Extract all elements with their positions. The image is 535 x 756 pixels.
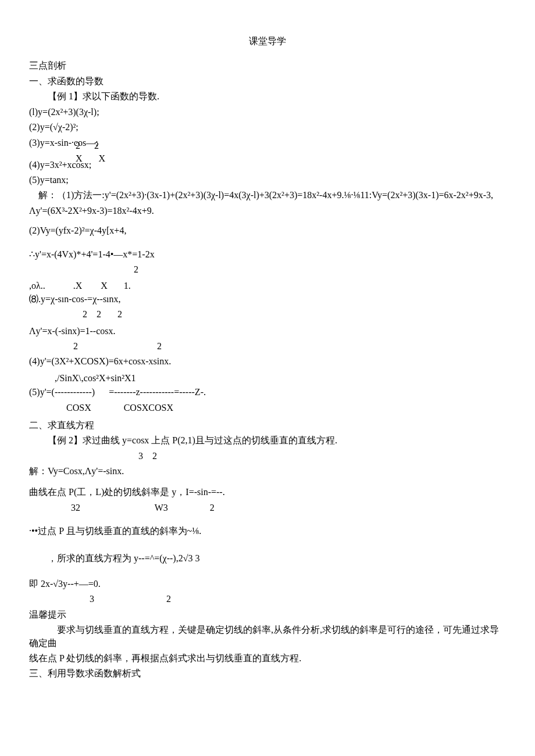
example-2-line1-frac: 32 W3 2: [29, 501, 506, 514]
example-2-line3: ，所求的直线方程为 y--=^=(χ--),2√3 3: [29, 552, 506, 565]
section-1-heading: 一、求函数的导数: [29, 75, 506, 88]
solution-5-bot: COSX COSXCOSX: [29, 402, 506, 414]
solution-2b-frac: 2: [29, 263, 506, 276]
tip-heading: 温馨提示: [29, 608, 506, 621]
example-2-heading: 【例 2】求过曲线 y=cosx 上点 P(2,1)且与过这点的切线垂直的直线方…: [29, 434, 506, 447]
example-2-solution: 解：Vy=Cosx,Λy'=-sinx.: [29, 465, 506, 478]
solution-3b-frac: 2 2: [29, 340, 506, 353]
solution-5-top: ,/SinX\,cos²X+sin²X1: [29, 372, 506, 385]
problem-1: (l)y=(2x²+3)(3χ-l);: [29, 106, 506, 119]
example-2-line1: 曲线在点 P(工，L)处的切线斜率是 y，I=-sin-=--.: [29, 486, 506, 499]
solution-1-text: （1)方法一:y'=(2x²+3)·(3x-1)+(2x²+3)(3χ-l)=4…: [57, 190, 493, 200]
solution-label: 解：: [29, 189, 57, 202]
problem-2: (2)y=(√χ-2)²;: [29, 121, 506, 134]
heading-analysis: 三点剖析: [29, 59, 506, 72]
solution-5-mid: (5)y'=(------------) =-------z----------…: [29, 386, 506, 399]
solution-2b: ∴y'=x-(4Vx)*+4'=1-4•—x*=1-2x: [29, 248, 506, 261]
section-2-heading: 二、求直线方程: [29, 419, 506, 432]
example-2-line4-frac: 3 2: [29, 593, 506, 605]
page-title: 课堂导学: [29, 35, 506, 48]
solution-3-bot: 2 2 2: [29, 308, 506, 321]
problem-5: (5)y=tanx;: [29, 174, 506, 187]
example-1-heading: 【例 1】求以下函数的导数.: [29, 90, 506, 103]
solution-1: 解：（1)方法一:y'=(2x²+3)·(3x-1)+(2x²+3)(3χ-l)…: [29, 189, 506, 202]
example-2-frac: 3 2: [29, 450, 506, 463]
solution-1b: Λy'=(6X³-2X²+9x-3)=18x²-4x+9.: [29, 205, 506, 217]
solution-2: (2)Vy=(yfx-2)²=χ-4y[x+4,: [29, 224, 506, 237]
tip-text-2: 线在点 P 处切线的斜率，再根据点斜式求出与切线垂直的直线方程.: [29, 652, 506, 665]
solution-3-mid: ⑻.y=χ-sın-cos-=χ--sınx,: [29, 293, 506, 306]
solution-3-top: ,oλ.. .X X 1.: [29, 280, 506, 292]
solution-4: (4)y'=(3X²+XCOSX)=6x+cosx-xsinx.: [29, 355, 506, 368]
section-3-heading: 三、利用导数求函数解析式: [29, 667, 506, 680]
example-2-line2: ·••过点 P 且与切线垂直的直线的斜率为~⅛.: [29, 525, 506, 538]
problem-3-den: 2 2: [29, 139, 506, 152]
example-2-line4: 即 2x-√3y--+—=0.: [29, 578, 506, 590]
tip-text-1: 要求与切线垂直的直线方程，关键是确定切线的斜率,从条件分析,求切线的斜率是可行的…: [29, 624, 506, 650]
solution-3b: Λy'=x-(-sinx)=1--cosx.: [29, 325, 506, 338]
